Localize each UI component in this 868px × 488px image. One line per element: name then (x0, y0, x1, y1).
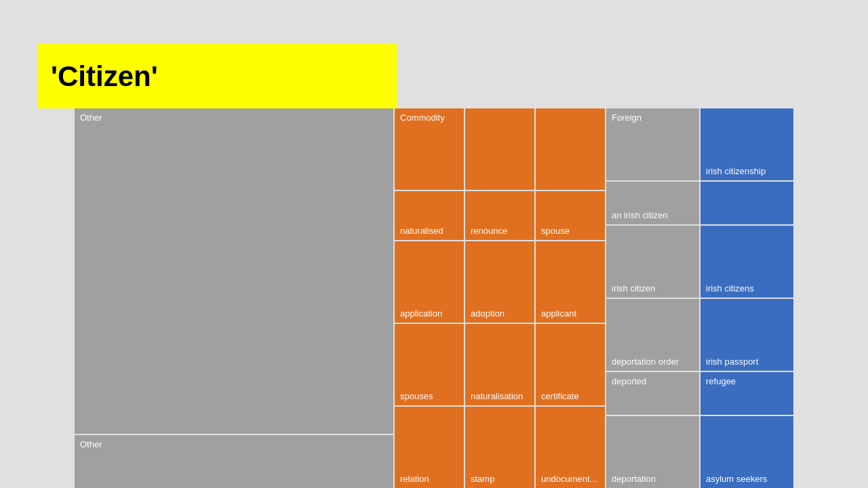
middle-row-5: relation stamp undocument... (395, 407, 605, 488)
cell-irish-citizenship: irish citizenship (701, 108, 793, 180)
right-row-2: an irish citizen (606, 182, 793, 224)
middle-row-2: naturalised renounce spouse (395, 191, 605, 240)
cell-blue-empty-2 (701, 182, 793, 224)
cell-renounce: renounce (465, 191, 534, 240)
cell-deportation-order: deportation order (606, 299, 699, 371)
cell-naturalised: naturalised (395, 191, 464, 240)
gray-top-label: Other (80, 113, 102, 123)
adoption-label: adoption (471, 308, 505, 319)
cell-naturalisation: naturalisation (465, 324, 534, 405)
middle-row-1: Commodity (395, 108, 605, 190)
irish-citizenship-label: irish citizenship (706, 166, 766, 176)
right-row-4: deportation order irish passport (606, 299, 793, 371)
left-section: Other Other (75, 108, 393, 488)
undocument-label: undocument... (541, 474, 597, 484)
asylum-seekers-label: asylum seekers (706, 474, 767, 484)
application-label: application (400, 308, 442, 319)
deported-label: deported (612, 376, 646, 386)
irish-passport-label: irish passport (706, 357, 758, 367)
irish-citizen-label: irish citizen (612, 283, 655, 293)
renounce-label: renounce (471, 226, 507, 236)
naturalisation-label: naturalisation (471, 391, 523, 401)
refugee-label: refugee (706, 376, 736, 386)
middle-row-4: spouses naturalisation certificate (395, 324, 605, 405)
right-row-1: Foreign irish citizenship (606, 108, 793, 180)
cell-spouses: spouses (395, 324, 464, 405)
right-row-6: deportation asylum seekers (606, 416, 793, 488)
cell-stamp: stamp (465, 407, 534, 488)
cell-certificate: certificate (536, 324, 605, 405)
gray-bottom-cell: Other (75, 435, 393, 488)
cell-application: application (395, 241, 464, 323)
cell-applicant: applicant (536, 241, 605, 323)
cell-foreign: Foreign (606, 108, 699, 180)
spouse-label: spouse (541, 226, 570, 236)
an-irish-citizen-label: an irish citizen (612, 210, 667, 220)
cell-empty-1a (465, 108, 534, 190)
foreign-label: Foreign (612, 113, 642, 123)
commodity-label: Commodity (400, 113, 445, 123)
irish-citizens-label: irish citizens (706, 283, 754, 293)
right-row-5: deported refugee (606, 372, 793, 415)
cell-relation: relation (395, 407, 464, 488)
cell-refugee: refugee (701, 372, 793, 415)
cell-asylum-seekers: asylum seekers (701, 416, 793, 488)
cell-commodity: Commodity (395, 108, 464, 190)
treemap-container: Other Other Commodity naturalised renoun… (75, 108, 793, 488)
certificate-label: certificate (541, 391, 579, 401)
cell-irish-passport: irish passport (701, 299, 793, 371)
right-row-3: irish citizen irish citizens (606, 226, 793, 298)
cell-deported: deported (606, 372, 699, 415)
right-section: Foreign irish citizenship an irish citiz… (606, 108, 793, 488)
stamp-label: stamp (471, 474, 494, 484)
middle-row-3: application adoption applicant (395, 241, 605, 323)
cell-irish-citizen: irish citizen (606, 226, 699, 298)
deportation-order-label: deportation order (612, 357, 679, 367)
cell-undocument: undocument... (536, 407, 605, 488)
cell-deportation: deportation (606, 416, 699, 488)
naturalised-label: naturalised (400, 226, 443, 236)
cell-irish-citizens: irish citizens (701, 226, 793, 298)
spouses-label: spouses (400, 391, 433, 401)
gray-bottom-label: Other (80, 439, 102, 449)
deportation-label: deportation (612, 474, 656, 484)
middle-section: Commodity naturalised renounce spouse ap… (395, 108, 605, 488)
gray-top-cell: Other (75, 108, 393, 434)
cell-an-irish-citizen: an irish citizen (606, 182, 699, 224)
applicant-label: applicant (541, 308, 576, 319)
page-title: 'Citizen' (51, 60, 158, 93)
header-banner: 'Citizen' (37, 44, 397, 108)
relation-label: relation (400, 474, 429, 484)
cell-adoption: adoption (465, 241, 534, 323)
cell-spouse: spouse (536, 191, 605, 240)
cell-empty-1b (536, 108, 605, 190)
